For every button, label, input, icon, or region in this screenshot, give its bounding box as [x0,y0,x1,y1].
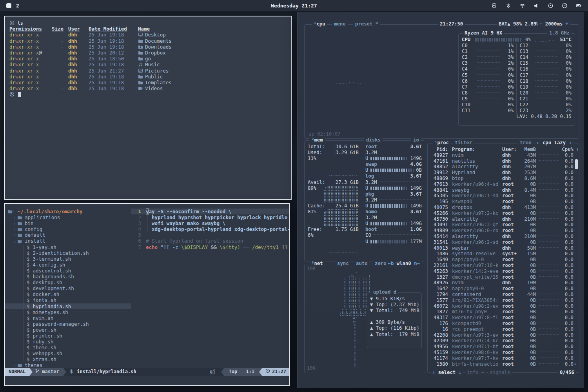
scroll-down-icon[interactable]: ↓ [574,361,577,367]
process-row[interactable]: 31541kworker/u96:2-sdroot0B0.0 [428,240,579,245]
process-list[interactable]: 48927nvimdhh43M0.047161nautilusdhh264M0.… [428,152,579,367]
tree-file-xtras.sh[interactable]: $xtras.sh [5,356,131,362]
process-row[interactable]: 48927nvimdhh43M0.0 [428,152,579,158]
process-row[interactable]: 45263kworker/14:2-everoot0B0.0 [428,269,579,274]
tree-file-1-yay.sh[interactable]: $1-yay.sh [5,244,131,250]
tree-dir-install[interactable]: ⌄install [5,238,131,244]
process-row[interactable]: 195kswapd0root0B0.0 [428,199,579,205]
btop-window[interactable]: ¹cpu menu preset * 21:27:50 BAT▲ 98% 2.8… [297,12,584,388]
tree-file-power.sh[interactable]: $power.sh [5,327,131,333]
process-row[interactable]: 42208kworker/u97:3-evroot0B0.0 [428,332,579,338]
settings-icon[interactable] [548,3,554,9]
process-row[interactable]: 1794containerdroot44M0.0 [428,292,579,298]
process-row[interactable]: 41174kworker/u97:7-kvroot0B0.0 [428,356,579,361]
proc-scrollbar-thumb[interactable] [575,159,578,169]
process-row[interactable]: 39912Hyprlanddhh253M0.0 [428,170,579,176]
tree-file-docker.sh[interactable]: $docker.sh [5,291,131,297]
proc-sort-switcher[interactable]: ← cpu lazy → [535,140,573,146]
process-row[interactable]: 22161kworker/u97:10-kroot0B0.0 [428,263,579,269]
select-button[interactable]: ↑ select ↓ [431,370,463,376]
tree-dir-default[interactable]: ›default [5,232,131,238]
tree-file-fonts.sh[interactable]: $fonts.sh [5,297,131,303]
tree-dir-config[interactable]: ›config [5,226,131,232]
tree-dir-bin[interactable]: ›bin [5,220,131,226]
process-row[interactable]: 46072kworker/u98:2-evroot0B0.0 [428,303,579,309]
process-row[interactable]: 42309kworker/u97:4-kcroot0B0.0 [428,338,579,344]
tree-file-3-terminal.sh[interactable]: $3-terminal.sh [5,256,131,262]
process-row[interactable]: 48317kworker/u97:8-flroot0B0.0 [428,315,579,321]
tree-file-development.sh[interactable]: $development.sh [5,285,131,291]
tree-file-ruby.sh[interactable]: $ruby.sh [5,339,131,345]
prompt-line[interactable] [9,91,286,97]
process-row[interactable]: 47613kworker/u96:4-sdroot0B0.0 [428,181,579,187]
signals-button[interactable]: signals [488,370,512,376]
tree-file-printer.sh[interactable]: $printer.sh [5,333,131,339]
tree-file-2-identification.sh[interactable]: $2-identification.sh [5,250,131,256]
process-row[interactable]: 44956kworker/u97:1-btroot0B0.0 [428,344,579,350]
editor-pane[interactable]: 1yay -S --noconfirm --needed \2│ hyprlan… [131,204,289,367]
process-row[interactable]: 1327dmcrypt_write/25root0B0.0 [428,274,579,280]
process-row[interactable]: 45730alacrittydhh210M0.0 [428,216,579,222]
battery-icon[interactable] [576,3,582,9]
process-row[interactable]: 45305kworker/u96:1-sdroot0B0.0 [428,193,579,199]
tab-proc[interactable]: ⁴proc [432,140,451,146]
process-row[interactable]: 48841swaybgdhh8.4M0.0 [428,187,579,193]
user-cell: dhh [502,280,519,286]
proc-tree-button[interactable]: tree [518,140,534,146]
tree-file-4-config.sh[interactable]: $4-config.sh [5,262,131,268]
bluetooth-icon[interactable] [505,3,511,9]
process-row[interactable]: 48852alacrittydhh207M0.0 [428,164,579,170]
process-row[interactable]: 1640napi/phy0-0root0B0.0 [428,257,579,263]
scroll-up-icon[interactable]: ↑ [576,147,579,152]
disks-title[interactable]: disks [364,137,383,143]
process-row[interactable]: 1380btrfs-transactioroot0B0.0 [428,361,579,367]
file-tree-panel[interactable]: ~/.local/share/omarchy›applications›bin›… [5,204,131,367]
tree-file-mimetypes.sh[interactable]: $mimetypes.sh [5,309,131,315]
neovim-window[interactable]: ~/.local/share/omarchy›applications›bin›… [4,203,290,386]
menu-button[interactable]: menu [332,21,348,27]
tree-file-desktop.sh[interactable]: $desktop.sh [5,279,131,285]
tree-file-password-manager.sh[interactable]: $password-manager.sh [5,321,131,327]
process-row[interactable]: 45159kworker/u98:0-kvroot0B0.0 [428,350,579,356]
process-row[interactable]: 48869btopdhh8.6M0.0 [428,176,579,181]
tree-file-hyprlandia.sh[interactable]: $hyprlandia.sh [5,303,131,309]
tree-file-theme.sh[interactable]: $theme.sh [5,345,131,350]
wifi-icon[interactable] [519,3,525,9]
process-row[interactable]: 45414alacrittydhh210M0.0 [428,234,579,240]
preset-button[interactable]: preset * [353,21,380,27]
volume-icon[interactable] [534,3,539,9]
process-row[interactable]: 44889kworker/u96:0-coroot0B0.0 [428,228,579,234]
process-row[interactable]: 1577irq/81-PIXA3854:root0B0.0 [428,298,579,303]
update-interval[interactable]: - 2000ms + [537,21,570,27]
net-interface-switcher[interactable]: ←b wlan0 n→ [386,261,422,267]
io-toggle[interactable]: io [411,137,421,143]
process-row[interactable]: 1642napi/phy0-0root0B0.0 [428,286,579,292]
tree-file-backgrounds.sh[interactable]: $backgrounds.sh [5,274,131,279]
process-row[interactable]: 48926nvimdhh10M0.0 [428,280,579,286]
process-row[interactable]: 45266kworker/u97:2-kcroot0B0.0 [428,211,579,216]
tab-cpu[interactable]: ¹cpu [312,21,327,27]
tree-root[interactable]: ~/.local/share/omarchy [5,209,131,214]
proc-filter-button[interactable]: filter [453,140,474,146]
process-row[interactable]: 16rcu_preemptroot0B0.0 [428,327,579,332]
tree-file-webapps.sh[interactable]: $webapps.sh [5,350,131,356]
process-row[interactable]: 47161nautilusdhh264M0.0 [428,158,579,164]
net-auto-button[interactable]: auto [354,261,370,267]
process-row[interactable]: 1486systemd-resolvesyst+15M0.0 [428,251,579,257]
process-row[interactable]: 40013waybardhh58M0.0 [428,245,579,251]
tree-dir-themes[interactable]: ›themes [5,362,131,367]
gauge-icon[interactable] [562,3,568,9]
tree-dir-applications[interactable]: ›applications [5,214,131,220]
cpu-cell: 0.0 [562,327,573,332]
process-row[interactable]: 43091kworker/u96:3-gfroot0B0.0 [428,222,579,228]
info-button[interactable]: info ← [465,370,486,376]
tree-file-adscontrol.sh[interactable]: $adscontrol.sh [5,268,131,274]
shield-icon[interactable] [491,3,497,9]
terminal-window[interactable]: ls PermissionsSizeUserDate ModifiedNamed… [4,16,292,200]
net-sync-button[interactable]: sync [335,261,351,267]
process-row[interactable]: 40075dropboxdhh413M0.0 [428,205,579,211]
process-row[interactable]: 176kcompactd0root0B0.0 [428,321,579,327]
tab-mem[interactable]: ²mem [309,137,325,143]
process-row[interactable]: 1827mt76-tx phy0root0B0.0 [428,309,579,315]
tree-file-nvim.sh[interactable]: $nvim.sh [5,315,131,321]
